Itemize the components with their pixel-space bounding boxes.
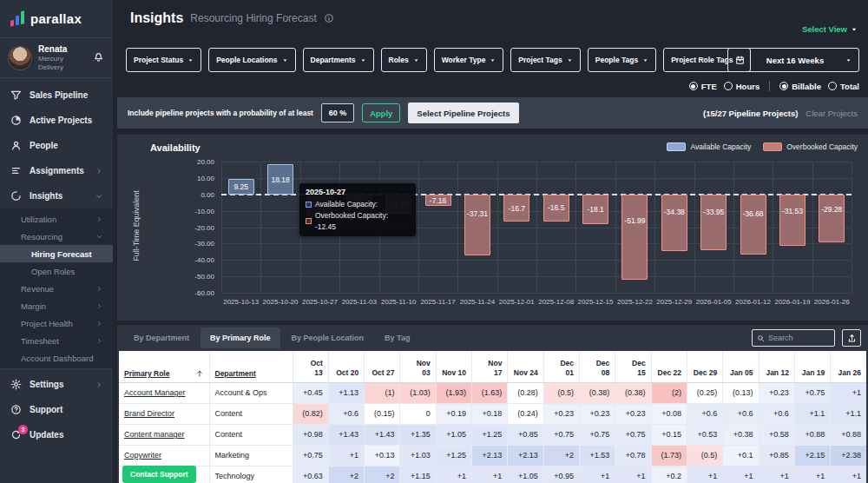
select-pipeline-projects-button[interactable]: Select Pipeline Projects: [408, 103, 518, 123]
user-panel[interactable]: Renata Mercury Delivery: [0, 38, 113, 78]
value-cell: (1.63): [472, 382, 508, 403]
tab-by-department[interactable]: By Department: [124, 328, 199, 348]
sidebar-item-hiring-forecast[interactable]: Hiring Forecast: [0, 245, 113, 262]
bar-value-label: -51.99: [614, 216, 655, 225]
brand-logo[interactable]: parallax: [0, 0, 113, 38]
role-cell[interactable]: Account Manager: [119, 382, 209, 403]
chevron-down-icon: [642, 57, 648, 63]
select-view-link[interactable]: Select View: [802, 24, 858, 34]
filter-button-departments[interactable]: Departments: [303, 48, 374, 72]
chart-bar-2025-12-15[interactable]: -18.1: [582, 195, 608, 224]
role-cell[interactable]: Copywriter: [119, 445, 209, 466]
filter-button-worker-type[interactable]: Worker Type: [434, 48, 504, 72]
chart-bar-2025-12-29[interactable]: -34.38: [661, 195, 687, 251]
value-cell: +0.85: [759, 445, 794, 466]
dept-cell: Content: [209, 424, 293, 445]
filter-button-roles[interactable]: Roles: [381, 48, 427, 72]
info-icon[interactable]: [324, 13, 334, 23]
chart-bar-2025-12-22[interactable]: -51.99: [621, 195, 648, 280]
role-cell[interactable]: Content manager: [119, 424, 209, 445]
chart-bar-2026-01-12[interactable]: -36.68: [740, 195, 766, 255]
export-button[interactable]: [842, 329, 861, 347]
role-link[interactable]: Account Manager: [124, 388, 186, 397]
sidebar-item-revenue[interactable]: Revenue: [0, 280, 113, 297]
filter-button-people-locations[interactable]: People Locations: [208, 48, 295, 72]
column-header-primary-role[interactable]: Primary Role: [119, 351, 209, 382]
role-link[interactable]: Content manager: [124, 430, 185, 439]
chart-bar-2025-10-13[interactable]: 9.25: [228, 179, 254, 194]
sidebar-item-sales-pipeline[interactable]: Sales Pipeline: [0, 83, 113, 108]
sidebar-item-margin[interactable]: Margin: [0, 297, 113, 314]
value-cell: +0.08: [651, 403, 687, 424]
apply-button[interactable]: Apply: [362, 103, 400, 122]
sidebar-item-account-dashboard[interactable]: Account Dashboard: [0, 349, 113, 367]
filter-button-project-tags[interactable]: Project Tags: [510, 48, 580, 72]
y-tick-label: -30.00: [194, 240, 214, 248]
radio-hours[interactable]: Hours: [724, 82, 760, 91]
value-cell: (0.38): [580, 382, 615, 403]
role-link[interactable]: Brand Director: [124, 409, 174, 418]
sidebar-item-utilization[interactable]: Utilization: [0, 210, 113, 228]
sidebar-item-label: Updates: [30, 430, 63, 440]
tab-by-people-location[interactable]: By People Location: [282, 328, 374, 348]
chart-bar-2025-11-17[interactable]: -7.16: [425, 195, 451, 207]
column-header-oct-13: Oct 13: [293, 351, 328, 382]
sidebar-item-open-roles[interactable]: Open Roles: [0, 262, 113, 280]
clear-projects-link[interactable]: Clear Projects: [806, 109, 858, 118]
sidebar-item-timesheet[interactable]: Timesheet: [0, 332, 113, 349]
contact-support-button[interactable]: Contact Support: [122, 466, 196, 483]
sidebar-item-people[interactable]: People: [0, 133, 113, 158]
sort-ascending-icon[interactable]: [195, 369, 204, 378]
sidebar-item-label: Insights: [30, 191, 62, 201]
table-row: Brand DirectorContent(0.82)+0.6(0.15)0+0…: [119, 403, 866, 424]
y-tick-label: 20.00: [197, 158, 214, 166]
chart-bar-2025-12-01[interactable]: -16.7: [503, 195, 529, 222]
bar-value-label: -36.68: [733, 209, 774, 218]
value-cell: +0.75: [543, 424, 579, 445]
sidebar-item-insights[interactable]: Insights: [0, 183, 113, 208]
role-cell[interactable]: Brand Director: [119, 403, 209, 424]
sidebar-item-label: Project Health: [21, 319, 73, 328]
sidebar-item-resourcing[interactable]: Resourcing: [0, 228, 113, 245]
chart-bar-2026-01-26[interactable]: -29.28: [819, 195, 845, 242]
column-header-dec-22: Dec 22: [651, 351, 687, 382]
chevron-down-icon: [95, 193, 102, 200]
value-cell: +0.78: [615, 445, 651, 466]
chevron-down-icon: [845, 57, 852, 63]
tab-by-primary-role[interactable]: By Primary Role: [201, 328, 280, 348]
chart-bar-2026-01-05[interactable]: -33.95: [700, 195, 727, 250]
probability-input[interactable]: [321, 103, 354, 122]
radio-total[interactable]: Total: [828, 82, 859, 91]
radio-billable[interactable]: Billable: [779, 82, 821, 91]
sidebar-item-support[interactable]: Support: [0, 397, 113, 422]
column-header-department[interactable]: Department: [209, 351, 293, 382]
filter-button-project-status[interactable]: Project Status: [126, 48, 201, 72]
chevron-right-icon: [95, 168, 102, 175]
value-cell: (1): [365, 382, 400, 403]
notification-bell-icon[interactable]: [93, 52, 104, 63]
bar-value-label: -7.16: [418, 196, 459, 205]
chart-bar-2025-10-20[interactable]: 18.18: [267, 164, 293, 194]
value-cell: +1: [580, 466, 615, 483]
tab-by-tag[interactable]: By Tag: [375, 328, 419, 348]
sidebar-item-assignments[interactable]: Assignments: [0, 158, 113, 183]
date-range-picker[interactable]: Next 16 Weeks: [727, 48, 859, 72]
x-tick-label: 2025-11-10: [379, 298, 418, 306]
tab-label: By People Location: [292, 334, 365, 342]
sidebar-item-updates[interactable]: 3Updates: [0, 422, 113, 447]
filter-button-people-tags[interactable]: People Tags: [588, 48, 656, 72]
chart-bar-2025-12-08[interactable]: -16.5: [543, 195, 569, 222]
sidebar-item-settings[interactable]: Settings: [0, 372, 113, 397]
role-link[interactable]: Copywriter: [124, 451, 161, 460]
value-cell: +0.63: [293, 466, 328, 483]
chart-bar-2025-11-24[interactable]: -37.31: [464, 195, 490, 255]
search-input[interactable]: [768, 334, 830, 342]
radio-fte[interactable]: FTE: [689, 82, 717, 91]
sidebar-item-active-projects[interactable]: Active Projects: [0, 108, 113, 133]
chart-tooltip: 2025-10-27 Available Capacity: Overbooke…: [299, 183, 416, 236]
sidebar: parallax Renata Mercury Delivery Sales P…: [0, 0, 113, 483]
avatar[interactable]: [9, 47, 31, 69]
column-header-nov-03: Nov 03: [400, 351, 436, 382]
chart-bar-2026-01-19[interactable]: -31.53: [779, 195, 806, 247]
sidebar-item-project-health[interactable]: Project Health: [0, 314, 113, 332]
